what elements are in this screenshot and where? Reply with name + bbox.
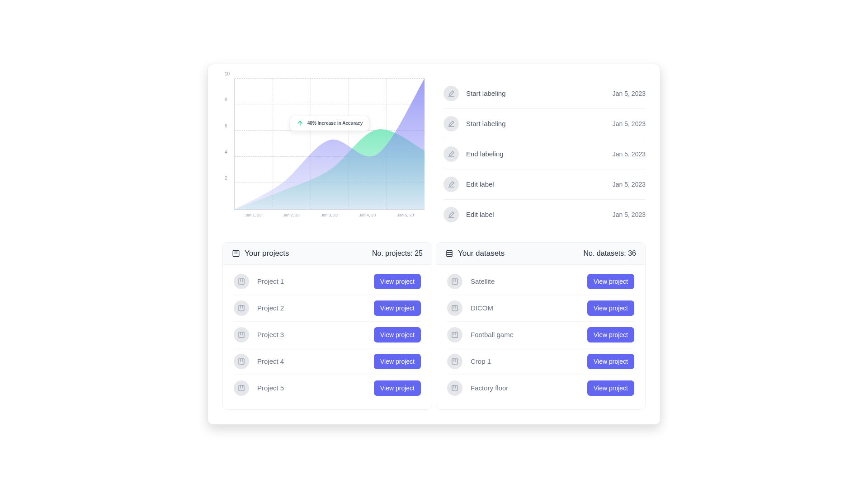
- dataset-row: Crop 1View project: [447, 348, 634, 375]
- chart-x-tick: Jan 4, 23: [349, 213, 387, 217]
- svg-rect-31: [452, 359, 458, 364]
- chart-x-axis: Jan 1, 23Jan 2, 23Jan 3, 23Jan 4, 23Jan …: [234, 213, 425, 217]
- view-project-button[interactable]: View project: [374, 327, 421, 343]
- activity-date: Jan 5, 2023: [613, 150, 646, 158]
- activity-row[interactable]: Start labelingJan 5, 2023: [443, 109, 646, 139]
- project-row: Project 4View project: [234, 348, 421, 375]
- svg-rect-25: [452, 305, 458, 311]
- view-project-button[interactable]: View project: [587, 380, 634, 396]
- projects-panel: Your projects No. projects: 25 Project 1…: [222, 242, 432, 410]
- chart-x-tick: Jan 2, 23: [272, 213, 310, 217]
- view-project-button[interactable]: View project: [587, 300, 634, 316]
- chart-y-tick: 2: [225, 175, 227, 180]
- chart-tooltip-text: 40% Increase in Accuracy: [307, 121, 363, 126]
- project-icon: [447, 380, 462, 396]
- activity-title: Start labeling: [466, 120, 605, 127]
- chart-x-tick: Jan 3, 23: [310, 213, 348, 217]
- svg-rect-4: [239, 279, 244, 284]
- projects-list: Project 1View projectProject 2View proje…: [223, 265, 432, 409]
- dashboard-card: 246810: [208, 64, 660, 425]
- projects-title: Your projects: [245, 249, 368, 258]
- datasets-panel-header: Your datasets No. datasets: 36: [436, 243, 645, 265]
- project-icon: [447, 300, 462, 316]
- svg-rect-22: [452, 279, 458, 284]
- svg-rect-13: [239, 359, 244, 364]
- chart-y-tick: 4: [225, 149, 227, 154]
- project-icon: [447, 274, 462, 289]
- project-row: Project 3View project: [234, 322, 421, 348]
- dataset-row: SatelliteView project: [447, 268, 634, 295]
- project-icon: [447, 354, 462, 369]
- edit-icon: [443, 116, 459, 131]
- view-project-button[interactable]: View project: [587, 354, 634, 369]
- datasets-panel: Your datasets No. datasets: 36 Satellite…: [436, 242, 646, 410]
- project-icon: [234, 380, 249, 396]
- edit-icon: [443, 177, 459, 192]
- top-row: 246810: [222, 79, 646, 230]
- chart-y-tick: 10: [225, 71, 230, 76]
- dataset-row: Football gameView project: [447, 322, 634, 348]
- item-name: Satellite: [471, 277, 579, 285]
- accuracy-chart: 246810: [222, 79, 425, 230]
- activity-list: Start labelingJan 5, 2023Start labelingJ…: [443, 79, 646, 230]
- edit-icon: [443, 146, 459, 162]
- svg-rect-1: [233, 250, 239, 257]
- item-name: Project 3: [257, 331, 366, 338]
- activity-date: Jan 5, 2023: [613, 90, 646, 97]
- activity-title: Edit label: [466, 180, 605, 188]
- project-icon: [447, 327, 462, 343]
- view-project-button[interactable]: View project: [374, 380, 421, 396]
- view-project-button[interactable]: View project: [587, 327, 634, 343]
- dataset-row: Factory floorView project: [447, 375, 634, 401]
- project-row: Project 5View project: [234, 375, 421, 401]
- edit-icon: [443, 86, 459, 101]
- panels-row: Your projects No. projects: 25 Project 1…: [222, 242, 646, 410]
- project-row: Project 1View project: [234, 268, 421, 295]
- item-name: Crop 1: [471, 357, 579, 365]
- datasets-list: SatelliteView projectDICOMView projectFo…: [436, 265, 645, 409]
- activity-row[interactable]: Edit labelJan 5, 2023: [443, 169, 646, 200]
- project-icon: [234, 354, 249, 369]
- view-project-button[interactable]: View project: [374, 354, 421, 369]
- projects-panel-header: Your projects No. projects: 25: [223, 243, 432, 265]
- edit-icon: [443, 207, 459, 222]
- activity-date: Jan 5, 2023: [613, 211, 646, 218]
- svg-rect-10: [239, 332, 244, 338]
- project-icon: [234, 274, 249, 289]
- chart-plot-area: 246810: [234, 79, 425, 210]
- project-row: Project 2View project: [234, 295, 421, 322]
- activity-title: Start labeling: [466, 89, 605, 97]
- datasets-title: Your datasets: [458, 249, 579, 258]
- item-name: Project 2: [257, 304, 366, 312]
- view-project-button[interactable]: View project: [374, 274, 421, 289]
- activity-date: Jan 5, 2023: [613, 181, 646, 188]
- svg-rect-16: [239, 385, 244, 391]
- project-icon: [234, 300, 249, 316]
- view-project-button[interactable]: View project: [374, 300, 421, 316]
- arrow-up-icon: [297, 120, 304, 127]
- activity-title: End labeling: [466, 150, 605, 158]
- dataset-row: DICOMView project: [447, 295, 634, 322]
- svg-rect-34: [452, 385, 458, 391]
- projects-icon: [232, 249, 240, 258]
- chart-y-tick: 6: [225, 123, 227, 128]
- chart-x-tick: Jan 1, 23: [234, 213, 272, 217]
- activity-date: Jan 5, 2023: [613, 120, 646, 127]
- svg-rect-7: [239, 305, 244, 311]
- svg-rect-19: [447, 250, 452, 257]
- chart-tooltip: 40% Increase in Accuracy: [290, 116, 369, 131]
- activity-row[interactable]: End labelingJan 5, 2023: [443, 139, 646, 169]
- project-icon: [234, 327, 249, 343]
- chart-y-tick: 8: [225, 97, 227, 102]
- item-name: Project 1: [257, 277, 366, 285]
- datasets-count: No. datasets: 36: [583, 249, 636, 258]
- chart-x-tick: Jan 5, 23: [387, 213, 425, 217]
- svg-rect-28: [452, 332, 458, 338]
- item-name: Project 4: [257, 357, 366, 365]
- view-project-button[interactable]: View project: [587, 274, 634, 289]
- activity-row[interactable]: Edit labelJan 5, 2023: [443, 200, 646, 230]
- item-name: Factory floor: [471, 384, 579, 392]
- projects-count: No. projects: 25: [372, 249, 423, 258]
- activity-row[interactable]: Start labelingJan 5, 2023: [443, 79, 646, 109]
- item-name: Project 5: [257, 384, 366, 392]
